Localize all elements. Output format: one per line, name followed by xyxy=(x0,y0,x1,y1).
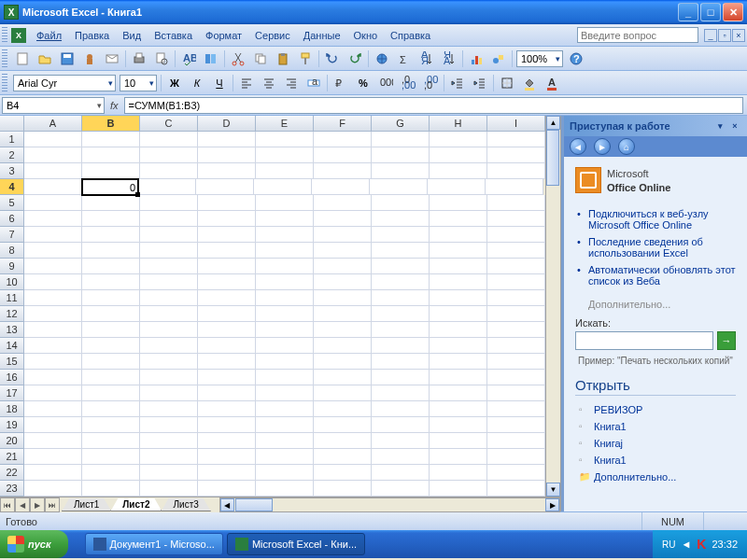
cell-I15[interactable] xyxy=(487,354,545,370)
cell-D11[interactable] xyxy=(198,290,256,306)
cell-E12[interactable] xyxy=(256,306,314,322)
cell-A3[interactable] xyxy=(24,163,82,179)
cell-C6[interactable] xyxy=(140,211,198,227)
cell-F10[interactable] xyxy=(314,274,372,290)
cell-C4[interactable] xyxy=(138,179,196,195)
cell-I17[interactable] xyxy=(487,385,545,401)
cell-E6[interactable] xyxy=(256,211,314,227)
cell-A18[interactable] xyxy=(24,401,82,417)
taskbar-task-excel[interactable]: Microsoft Excel - Кни... xyxy=(227,533,365,555)
cell-G16[interactable] xyxy=(372,370,430,385)
column-header-C[interactable]: C xyxy=(140,116,198,131)
cell-B6[interactable] xyxy=(82,211,140,227)
cell-H15[interactable] xyxy=(430,354,487,370)
mdi-minimize[interactable]: _ xyxy=(704,29,717,42)
column-header-B[interactable]: B xyxy=(82,116,140,131)
cell-D2[interactable] xyxy=(198,147,256,163)
research-button[interactable] xyxy=(201,49,221,69)
cell-D8[interactable] xyxy=(198,243,256,259)
row-header-10[interactable]: 10 xyxy=(0,274,24,290)
cell-A8[interactable] xyxy=(24,243,82,259)
row-header-5[interactable]: 5 xyxy=(0,195,24,211)
cell-F23[interactable] xyxy=(314,481,372,497)
drawing-toolbar-button[interactable] xyxy=(488,49,509,69)
cell-D6[interactable] xyxy=(198,211,256,227)
cell-G20[interactable] xyxy=(372,433,430,449)
format-painter-button[interactable] xyxy=(295,49,316,69)
cell-B20[interactable] xyxy=(82,433,140,449)
cell-D15[interactable] xyxy=(198,354,256,370)
row-header-7[interactable]: 7 xyxy=(0,227,24,243)
row-header-1[interactable]: 1 xyxy=(0,132,24,147)
cell-F15[interactable] xyxy=(314,354,372,370)
cell-I3[interactable] xyxy=(487,163,545,179)
menu-file[interactable]: Файл xyxy=(30,27,68,44)
select-all-corner[interactable] xyxy=(0,116,24,131)
cell-A12[interactable] xyxy=(24,306,82,322)
cell-H9[interactable] xyxy=(430,259,487,274)
tab-nav-last[interactable]: ⏭ xyxy=(45,497,60,512)
cell-B10[interactable] xyxy=(82,274,140,290)
cell-H21[interactable] xyxy=(430,449,487,465)
row-header-9[interactable]: 9 xyxy=(0,259,24,274)
tray-show-hidden-icon[interactable]: ◄ xyxy=(681,539,691,550)
cell-I12[interactable] xyxy=(487,306,545,322)
cell-H19[interactable] xyxy=(430,417,487,433)
cell-A16[interactable] xyxy=(24,370,82,385)
sort-desc-button[interactable]: ЯА xyxy=(439,49,459,69)
bold-button[interactable]: Ж xyxy=(164,73,185,93)
cell-H11[interactable] xyxy=(430,290,487,306)
cell-B12[interactable] xyxy=(82,306,140,322)
cell-C11[interactable] xyxy=(140,290,198,306)
task-pane-home-button[interactable]: ⌂ xyxy=(618,138,635,155)
cell-C5[interactable] xyxy=(140,195,198,211)
cell-E5[interactable] xyxy=(256,195,314,211)
search-go-button[interactable]: → xyxy=(717,331,736,350)
scroll-right-button[interactable]: ▶ xyxy=(545,498,559,511)
cell-E9[interactable] xyxy=(256,259,314,274)
email-button[interactable] xyxy=(102,49,122,69)
cell-D5[interactable] xyxy=(198,195,256,211)
cell-D20[interactable] xyxy=(198,433,256,449)
cell-F4[interactable] xyxy=(312,179,370,195)
cell-H17[interactable] xyxy=(430,385,487,401)
row-header-21[interactable]: 21 xyxy=(0,449,24,465)
cell-F22[interactable] xyxy=(314,465,372,481)
cell-B4[interactable]: 0 xyxy=(81,178,139,196)
menu-window[interactable]: Окно xyxy=(347,27,385,44)
menu-edit[interactable]: Правка xyxy=(68,27,116,44)
open-button[interactable] xyxy=(35,49,55,69)
font-name-select[interactable]: Arial Cyr xyxy=(13,75,116,91)
menu-tools[interactable]: Сервис xyxy=(248,27,297,44)
copy-button[interactable] xyxy=(250,49,271,69)
taskbar-task-word[interactable]: Документ1 - Microso... xyxy=(85,533,223,555)
cell-G9[interactable] xyxy=(372,259,430,274)
start-button[interactable]: пуск xyxy=(0,530,68,558)
cell-C8[interactable] xyxy=(140,243,198,259)
cell-C16[interactable] xyxy=(140,370,198,385)
task-pane-menu-button[interactable]: ▾ xyxy=(713,119,726,133)
row-header-2[interactable]: 2 xyxy=(0,147,24,163)
cell-A2[interactable] xyxy=(24,147,82,163)
menu-data[interactable]: Данные xyxy=(297,27,347,44)
cell-A10[interactable] xyxy=(24,274,82,290)
cell-D9[interactable] xyxy=(198,259,256,274)
cell-E15[interactable] xyxy=(256,354,314,370)
tray-clock[interactable]: 23:32 xyxy=(712,539,738,550)
cell-I20[interactable] xyxy=(487,433,545,449)
cell-D18[interactable] xyxy=(198,401,256,417)
undo-button[interactable] xyxy=(322,49,343,69)
cell-E14[interactable] xyxy=(256,338,314,354)
cell-E3[interactable] xyxy=(256,163,314,179)
cell-I11[interactable] xyxy=(487,290,545,306)
recent-file-link[interactable]: Книга1 xyxy=(575,452,736,469)
mdi-restore[interactable]: ▫ xyxy=(718,29,731,42)
percent-button[interactable]: % xyxy=(353,73,374,93)
cell-I19[interactable] xyxy=(487,417,545,433)
cell-C10[interactable] xyxy=(140,274,198,290)
cell-H23[interactable] xyxy=(430,481,487,497)
cell-H1[interactable] xyxy=(430,132,487,147)
cell-D10[interactable] xyxy=(198,274,256,290)
task-pane-link[interactable]: Автоматически обновлять этот список из В… xyxy=(575,261,736,289)
cell-H20[interactable] xyxy=(430,433,487,449)
